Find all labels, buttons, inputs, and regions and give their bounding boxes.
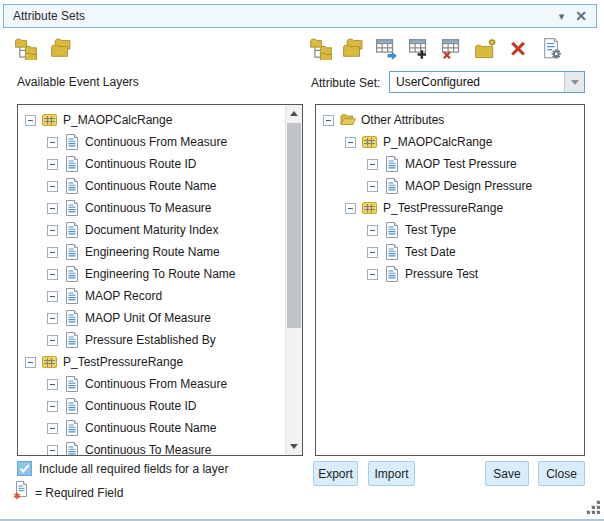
delete-table-icon[interactable] [441, 37, 465, 61]
tree-item-label: MAOP Record [85, 289, 162, 303]
collapse-toggle-icon[interactable] [47, 247, 58, 258]
collapse-toggle-icon[interactable] [47, 401, 58, 412]
field-icon [64, 244, 80, 260]
collapse-toggle-icon[interactable] [47, 313, 58, 324]
tree-item[interactable]: Continuous Route ID [18, 395, 285, 417]
scrollbar-thumb[interactable] [287, 123, 301, 328]
arrow-down-icon [290, 444, 298, 449]
collapse-toggle-icon[interactable] [47, 335, 58, 346]
open-folders-icon[interactable] [50, 37, 74, 61]
add-table-icon[interactable] [408, 37, 432, 61]
collapse-toggle-icon[interactable] [367, 269, 378, 280]
tree-item[interactable]: Continuous Route Name [18, 175, 285, 197]
delete-icon[interactable] [507, 37, 531, 61]
tree-item[interactable]: P_TestPressureRange [316, 197, 584, 219]
new-attribute-set-folder-icon[interactable] [474, 37, 498, 61]
field-icon [64, 134, 80, 150]
tree-item[interactable]: P_MAOPCalcRange [316, 131, 584, 153]
tree-item-label: Other Attributes [361, 113, 444, 127]
tree-item[interactable]: MAOP Unit Of Measure [18, 307, 285, 329]
tree-item-label: Continuous From Measure [85, 135, 227, 149]
tree-item[interactable]: P_MAOPCalcRange [18, 109, 285, 131]
tree-item[interactable]: Test Type [316, 219, 584, 241]
field-icon [64, 376, 80, 392]
collapse-toggle-icon[interactable] [25, 357, 36, 368]
tree-item[interactable]: Test Date [316, 241, 584, 263]
collapse-panel-icon[interactable]: ▾ [559, 11, 565, 22]
collapse-toggle-icon[interactable] [47, 225, 58, 236]
collapse-toggle-icon[interactable] [345, 137, 356, 148]
tree-item[interactable]: Continuous From Measure [18, 373, 285, 395]
collapse-toggle-icon[interactable] [47, 203, 58, 214]
tree-item[interactable]: Continuous Route Name [18, 417, 285, 439]
tree-item-label: Engineering Route Name [85, 245, 220, 259]
collapse-toggle-icon[interactable] [47, 137, 58, 148]
tree-item[interactable]: Pressure Established By [18, 329, 285, 351]
report-settings-icon[interactable] [540, 37, 564, 61]
close-icon[interactable]: ✕ [575, 9, 587, 23]
available-layers-tree: P_MAOPCalcRangeContinuous From MeasureCo… [18, 109, 285, 456]
field-icon [64, 200, 80, 216]
tree-item-label: MAOP Unit Of Measure [85, 311, 211, 325]
required-field-icon [13, 481, 29, 500]
scroll-down-button[interactable] [286, 438, 302, 455]
tree-item[interactable]: Continuous To Measure [18, 197, 285, 219]
tree-item-label: Continuous Route Name [85, 179, 216, 193]
attribute-tree-icon[interactable] [309, 37, 333, 61]
close-button[interactable]: Close [538, 461, 585, 486]
dropdown-button[interactable] [564, 72, 584, 92]
resize-grip[interactable] [586, 501, 600, 515]
tree-item[interactable]: Document Maturity Index [18, 219, 285, 241]
collapse-toggle-icon[interactable] [323, 115, 334, 126]
collapse-toggle-icon[interactable] [367, 159, 378, 170]
include-required-fields-checkbox[interactable] [17, 461, 32, 476]
collapse-toggle-icon[interactable] [47, 181, 58, 192]
field-icon [64, 156, 80, 172]
import-button[interactable]: Import [368, 461, 415, 486]
collapse-toggle-icon[interactable] [25, 115, 36, 126]
tree-item[interactable]: Engineering Route Name [18, 241, 285, 263]
collapse-toggle-icon[interactable] [367, 181, 378, 192]
tree-item-label: Test Type [405, 223, 456, 237]
tree-item-label: Continuous Route Name [85, 421, 216, 435]
dialog-title: Attribute Sets [13, 9, 85, 23]
collapse-toggle-icon[interactable] [47, 423, 58, 434]
tree-item[interactable]: Continuous To Measure [18, 439, 285, 456]
tree-item[interactable]: MAOP Test Pressure [316, 153, 584, 175]
tree-item[interactable]: Continuous Route ID [18, 153, 285, 175]
left-toolbar [14, 37, 74, 61]
tree-item[interactable]: MAOP Record [18, 285, 285, 307]
collapse-toggle-icon[interactable] [47, 291, 58, 302]
tree-item-label: Pressure Test [405, 267, 478, 281]
titlebar-controls: ▾ ✕ [559, 9, 587, 23]
collapse-toggle-icon[interactable] [47, 269, 58, 280]
tree-item[interactable]: MAOP Design Pressure [316, 175, 584, 197]
attribute-set-dropdown[interactable]: UserConfigured [389, 71, 585, 93]
collapse-toggle-icon[interactable] [345, 203, 356, 214]
tree-item[interactable]: Engineering To Route Name [18, 263, 285, 285]
collapse-toggle-icon[interactable] [367, 225, 378, 236]
save-button[interactable]: Save [485, 461, 529, 486]
tree-item[interactable]: Other Attributes [316, 109, 584, 131]
attribute-set-dropdown-value: UserConfigured [390, 72, 564, 92]
tree-item-label: Pressure Established By [85, 333, 216, 347]
tree-item[interactable]: Pressure Test [316, 263, 584, 285]
collapse-toggle-icon[interactable] [47, 445, 58, 456]
open-folders-icon[interactable] [342, 37, 366, 61]
tree-item-label: Continuous Route ID [85, 157, 196, 171]
event-layer-icon [362, 200, 378, 216]
folder-icon [340, 112, 356, 128]
collapse-toggle-icon[interactable] [47, 379, 58, 390]
scroll-up-button[interactable] [286, 105, 302, 122]
field-icon [64, 222, 80, 238]
event-layer-tree-icon[interactable] [14, 37, 38, 61]
export-table-icon[interactable] [375, 37, 399, 61]
tree-item[interactable]: Continuous From Measure [18, 131, 285, 153]
export-button[interactable]: Export [313, 461, 358, 486]
tree-item[interactable]: P_TestPressureRange [18, 351, 285, 373]
collapse-toggle-icon[interactable] [47, 159, 58, 170]
collapse-toggle-icon[interactable] [367, 247, 378, 258]
tree-item-label: Document Maturity Index [85, 223, 218, 237]
vertical-scrollbar[interactable] [285, 105, 302, 455]
tree-item-label: Continuous To Measure [85, 201, 212, 215]
